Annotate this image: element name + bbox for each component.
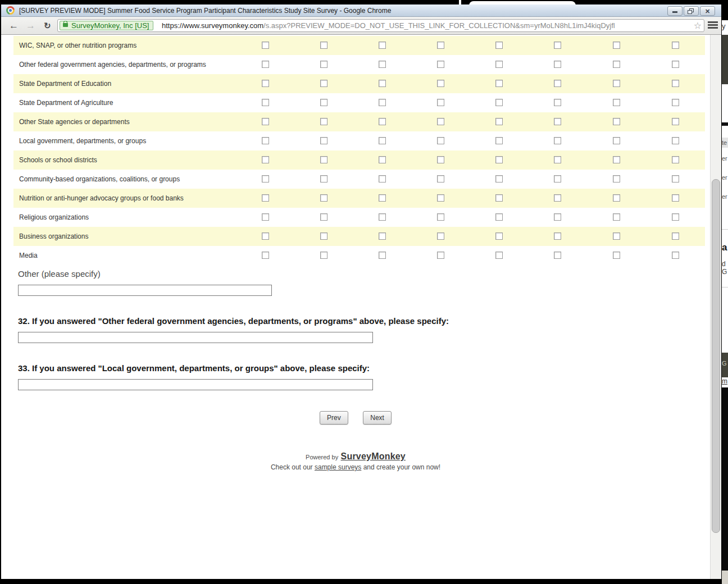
matrix-checkbox[interactable] [495,194,503,202]
matrix-checkbox[interactable] [262,213,269,221]
question-33-input[interactable] [18,379,373,390]
matrix-checkbox[interactable] [320,137,327,144]
matrix-checkbox[interactable] [672,194,679,202]
matrix-checkbox[interactable] [672,61,679,68]
matrix-checkbox[interactable] [437,252,444,259]
matrix-checkbox[interactable] [262,232,269,240]
matrix-checkbox[interactable] [613,137,620,144]
back-button[interactable]: ← [9,19,19,33]
matrix-checkbox[interactable] [672,80,679,87]
matrix-checkbox[interactable] [320,252,327,259]
matrix-checkbox[interactable] [262,99,269,106]
restore-button[interactable] [684,6,699,16]
matrix-checkbox[interactable] [320,42,327,49]
close-button[interactable]: ✕ [700,6,715,16]
matrix-checkbox[interactable] [437,156,444,163]
matrix-checkbox[interactable] [320,232,327,240]
matrix-checkbox[interactable] [437,118,444,125]
matrix-checkbox[interactable] [613,99,620,106]
sample-surveys-link[interactable]: sample surveys [315,463,361,471]
matrix-checkbox[interactable] [613,61,620,68]
matrix-checkbox[interactable] [379,61,386,68]
matrix-checkbox[interactable] [554,175,561,182]
matrix-checkbox[interactable] [262,80,269,87]
matrix-checkbox[interactable] [379,213,386,221]
surveymonkey-brand-link[interactable]: SurveyMonkey [341,451,406,461]
ev-certificate-badge[interactable]: SurveyMonkey, Inc [US] [60,21,153,30]
matrix-checkbox[interactable] [437,99,444,106]
matrix-checkbox[interactable] [554,252,561,259]
matrix-checkbox[interactable] [379,42,386,49]
matrix-checkbox[interactable] [554,118,561,125]
matrix-checkbox[interactable] [613,252,620,259]
matrix-checkbox[interactable] [262,137,269,144]
matrix-checkbox[interactable] [320,61,327,68]
matrix-checkbox[interactable] [379,194,386,202]
matrix-checkbox[interactable] [495,99,503,106]
matrix-checkbox[interactable] [613,118,620,125]
matrix-checkbox[interactable] [672,156,679,163]
matrix-checkbox[interactable] [672,252,679,259]
matrix-checkbox[interactable] [672,213,679,221]
matrix-checkbox[interactable] [379,80,386,87]
matrix-checkbox[interactable] [554,232,561,240]
forward-button[interactable]: → [26,19,35,33]
matrix-checkbox[interactable] [320,213,327,221]
matrix-checkbox[interactable] [437,232,444,240]
matrix-checkbox[interactable] [613,156,620,163]
matrix-checkbox[interactable] [437,42,444,49]
matrix-checkbox[interactable] [554,99,561,106]
matrix-checkbox[interactable] [262,252,269,259]
question-32-input[interactable] [18,332,373,343]
next-button[interactable]: Next [363,411,392,425]
matrix-checkbox[interactable] [320,80,327,87]
matrix-checkbox[interactable] [495,61,503,68]
matrix-checkbox[interactable] [262,194,269,202]
matrix-checkbox[interactable] [554,194,561,202]
matrix-checkbox[interactable] [379,137,386,144]
matrix-checkbox[interactable] [320,194,327,202]
matrix-checkbox[interactable] [437,80,444,87]
matrix-checkbox[interactable] [437,61,444,68]
matrix-checkbox[interactable] [379,118,386,125]
matrix-checkbox[interactable] [554,156,561,163]
matrix-checkbox[interactable] [495,252,503,259]
matrix-checkbox[interactable] [672,42,679,49]
address-bar[interactable]: SurveyMonkey, Inc [US] https://www.surve… [57,19,704,32]
matrix-checkbox[interactable] [672,137,679,144]
matrix-checkbox[interactable] [672,118,679,125]
matrix-checkbox[interactable] [379,232,386,240]
matrix-checkbox[interactable] [613,80,620,87]
matrix-checkbox[interactable] [379,156,386,163]
matrix-checkbox[interactable] [379,99,386,106]
minimize-button[interactable] [667,6,683,16]
matrix-checkbox[interactable] [495,232,503,240]
matrix-checkbox[interactable] [320,99,327,106]
matrix-checkbox[interactable] [613,213,620,221]
matrix-checkbox[interactable] [613,194,620,202]
matrix-checkbox[interactable] [262,42,269,49]
matrix-checkbox[interactable] [262,61,269,68]
matrix-checkbox[interactable] [320,156,327,163]
matrix-checkbox[interactable] [437,213,444,221]
matrix-checkbox[interactable] [495,137,503,144]
matrix-checkbox[interactable] [672,232,679,240]
matrix-checkbox[interactable] [437,175,444,182]
scrollbar-thumb[interactable] [712,179,720,533]
matrix-checkbox[interactable] [613,42,620,49]
matrix-checkbox[interactable] [554,80,561,87]
chrome-menu-icon[interactable] [708,21,719,29]
matrix-checkbox[interactable] [437,137,444,144]
matrix-checkbox[interactable] [554,42,561,49]
matrix-checkbox[interactable] [495,80,503,87]
matrix-checkbox[interactable] [379,252,386,259]
matrix-checkbox[interactable] [262,118,269,125]
other-specify-input[interactable] [18,285,272,296]
matrix-checkbox[interactable] [613,232,620,240]
matrix-checkbox[interactable] [495,213,503,221]
matrix-checkbox[interactable] [613,175,620,182]
matrix-checkbox[interactable] [495,156,503,163]
matrix-checkbox[interactable] [554,137,561,144]
matrix-checkbox[interactable] [262,175,269,182]
matrix-checkbox[interactable] [554,213,561,221]
